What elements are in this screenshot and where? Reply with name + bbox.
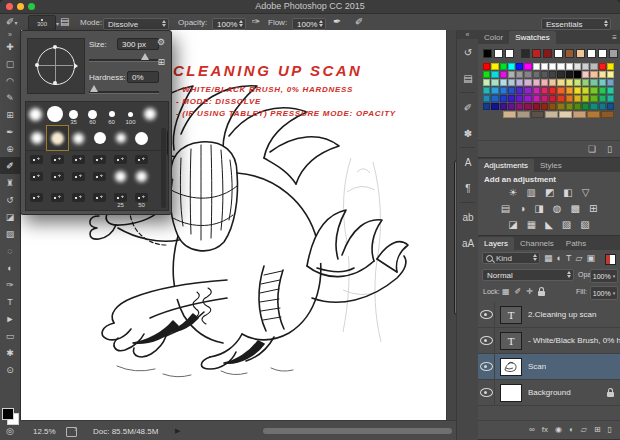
brush-preset[interactable] [89,185,110,209]
zoom-tool[interactable]: ⊙ [0,361,20,378]
tab-channels[interactable]: Channels [514,237,560,250]
lasso-tool[interactable]: ◠ [0,72,20,89]
size-pressure-button[interactable]: ✐ [355,14,363,30]
swatch[interactable] [599,103,606,110]
swatch[interactable] [574,87,581,94]
swatch[interactable] [582,71,589,78]
layer-filter-select[interactable]: Kind [482,252,540,264]
layer-fill-value[interactable]: 100%▾ [590,286,618,300]
swatch[interactable] [549,79,556,86]
swatch[interactable] [599,95,606,102]
new-layer-icon[interactable]: ⊞ [594,425,601,434]
workspace-select[interactable]: Essentials [541,18,611,30]
properties-panel-icon[interactable]: ▤ [457,65,479,91]
color-balance-icon[interactable]: ◑ [519,203,525,214]
swatch[interactable] [483,95,490,102]
flow-select[interactable]: 100% [292,18,326,30]
filter-group-layers-icon[interactable]: ▱ [575,253,582,263]
threshold-icon[interactable]: ◣ [545,219,553,230]
swatch[interactable] [508,87,515,94]
brush-hardness-field[interactable]: 0% [127,71,159,83]
brightness-contrast-icon[interactable]: ☀ [508,187,517,198]
swatch[interactable] [500,95,507,102]
recent-swatch[interactable] [576,49,585,58]
swatch[interactable] [533,79,540,86]
swatch[interactable] [533,95,540,102]
levels-icon[interactable]: ▥ [526,187,535,198]
brush-preset[interactable] [131,167,152,185]
visibility-toggle[interactable] [478,302,495,327]
character-styles-panel-icon[interactable]: aA [457,230,479,256]
delete-layer-icon[interactable]: ▯ [608,425,612,434]
layer-row-selected[interactable]: Scan [478,354,620,380]
brush-tool[interactable]: ✐ [0,157,20,174]
filter-adjustment-layers-icon[interactable]: ◐ [557,253,562,263]
swatch[interactable] [500,71,507,78]
swatch[interactable] [557,95,564,102]
swatch[interactable] [582,63,589,70]
blur-tool[interactable]: ◌ [0,242,20,259]
swatch[interactable] [516,95,523,102]
marquee-tool[interactable]: ▢ [0,55,20,72]
text-layer-thumbnail[interactable]: T [500,332,522,350]
swatch[interactable] [566,103,573,110]
swatch[interactable] [531,111,544,118]
swatch[interactable] [533,103,540,110]
swatch[interactable] [516,63,523,70]
swatch[interactable] [516,87,523,94]
brush-preset[interactable] [110,126,131,150]
quick-mask-button[interactable]: ◎ [0,426,20,436]
recent-swatch[interactable] [532,49,541,58]
visibility-toggle[interactable] [478,380,495,405]
swatch[interactable] [541,103,548,110]
quick-selection-tool[interactable]: ✎ [0,89,20,106]
swatch[interactable] [524,87,531,94]
gradient-tool[interactable]: ▨ [0,225,20,242]
brush-hardness-slider[interactable] [89,91,159,94]
swatch[interactable] [566,79,573,86]
layer-row[interactable]: T - White/Black Brush, 0% h... [478,328,620,354]
swatch[interactable] [524,79,531,86]
swatch[interactable] [557,79,564,86]
layer-opacity-value[interactable]: 100%▾ [590,269,618,283]
brush-preset[interactable]: 50 [131,185,152,209]
brush-grid-scrollbar[interactable] [161,128,166,208]
tab-styles[interactable]: Styles [534,159,568,172]
swatch[interactable] [517,111,530,118]
glyphs-panel-icon[interactable]: ab [457,204,479,230]
brush-preset[interactable]: 100 [121,102,140,126]
brush-preset[interactable]: 35 [64,102,83,126]
hand-tool[interactable]: ✱ [0,344,20,361]
brush-preset[interactable] [110,151,131,167]
swatch[interactable] [516,71,523,78]
swatch[interactable] [524,103,531,110]
delete-swatch-icon[interactable]: ▯ [607,144,612,154]
swatch[interactable] [541,71,548,78]
swatch[interactable] [607,103,614,110]
swatch[interactable] [607,71,614,78]
recent-swatch[interactable] [598,49,607,58]
swatch[interactable] [582,103,589,110]
posterize-icon[interactable]: ▦ [527,219,536,230]
filter-smart-object-layers-icon[interactable]: ▣ [586,253,595,263]
swatch[interactable] [573,111,586,118]
swatch[interactable] [483,79,490,86]
swatch[interactable] [503,111,516,118]
zoom-level[interactable]: 12.5% [33,427,56,436]
swatch[interactable] [508,63,515,70]
brush-preset[interactable] [47,185,68,209]
link-layers-icon[interactable]: ∞ [529,425,535,434]
swatch[interactable] [557,63,564,70]
swatch[interactable] [582,87,589,94]
channel-mixer-icon[interactable]: ▩ [570,203,579,214]
swatch[interactable] [549,63,556,70]
recent-swatch[interactable] [494,49,503,58]
brush-preset[interactable] [26,102,45,126]
brush-preset[interactable]: 60 [102,102,121,126]
curves-icon[interactable]: ◩ [545,187,554,198]
swatch[interactable] [533,63,540,70]
brush-preset[interactable] [26,151,47,167]
tab-paths[interactable]: Paths [560,237,592,250]
healing-brush-tool[interactable]: ⊕ [0,140,20,157]
airbrush-button[interactable]: ✒ [333,14,341,30]
